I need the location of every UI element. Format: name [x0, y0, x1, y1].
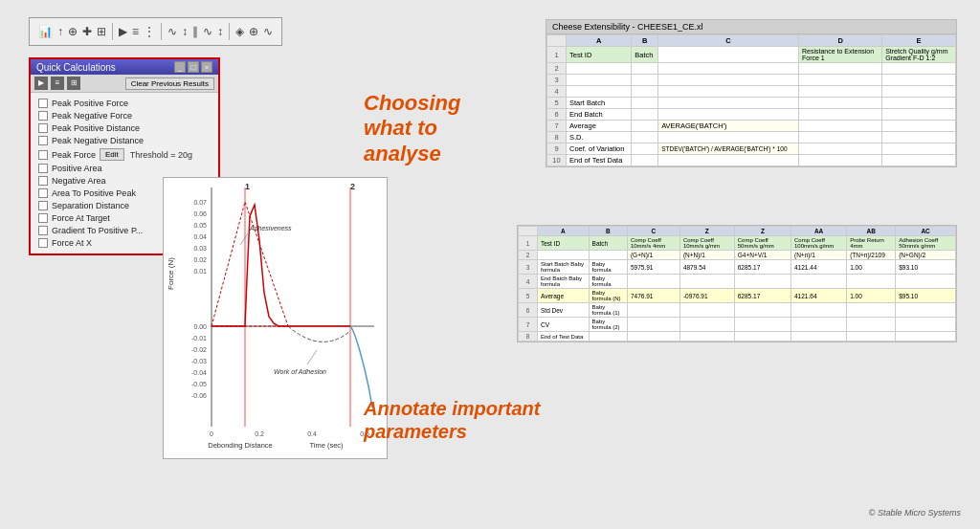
force-curve — [212, 205, 350, 326]
ytick-m006: -0.06 — [191, 392, 207, 399]
graph-svg: Force (N) 1 2 0.07 0.06 0.05 0.04 0.03 0… — [164, 178, 389, 460]
ytick-000: 0.00 — [193, 323, 207, 330]
checkbox-peak-positive-distance[interactable] — [38, 123, 48, 133]
checkbox-peak-negative-distance[interactable] — [38, 136, 48, 145]
ss-row-7: 7 Average AVERAGE('BATCH') — [547, 121, 956, 132]
ytick-002: 0.02 — [193, 256, 207, 263]
checkbox-separation-distance[interactable] — [38, 201, 48, 210]
panel-title: Quick Calculations — [36, 62, 116, 73]
toolbar-icon-14[interactable]: ◈ — [234, 25, 245, 38]
colheader-e: E — [882, 35, 956, 47]
colheader-rownum — [547, 35, 567, 47]
close-button[interactable]: × — [201, 61, 212, 73]
minimize-button[interactable]: _ — [174, 61, 186, 73]
toolbar-icon-13[interactable]: ↕ — [216, 25, 224, 38]
copyright-text: © Stable Micro Systems — [869, 508, 961, 518]
ss-row-3: 3 — [547, 75, 956, 86]
ytick-005: 0.05 — [193, 222, 207, 229]
label-force-at-target: Force At Target — [52, 213, 110, 223]
edit-button[interactable]: Edit — [100, 148, 124, 161]
colheader-b: B — [632, 35, 658, 47]
label-gradient-positive: Gradient To Positive P... — [52, 226, 143, 235]
main-toolbar[interactable]: 📊 ↑ ⊕ ✚ ⊞ ▶ ≡ ⋮ ∿ ↕ ∥ ∿ ↕ ◈ ⊕ ∿ — [29, 17, 282, 46]
label-peak-positive-force: Peak Positive Force — [52, 99, 128, 108]
ss-row-8: 8S.D. — [547, 132, 956, 143]
blue-line — [350, 326, 372, 408]
label-peak-force: Peak Force — [52, 150, 96, 160]
checkbox-peak-force[interactable] — [38, 150, 48, 160]
threshold-label: Threshold = 20g — [130, 150, 192, 160]
checkbox-force-at-x[interactable] — [38, 238, 48, 248]
checkbox-area-to-positive-peak[interactable] — [38, 188, 48, 198]
ytick-m005: -0.05 — [191, 381, 207, 387]
toolbar-icon-7[interactable]: ≡ — [131, 25, 140, 38]
checkbox-negative-area[interactable] — [38, 176, 48, 186]
panel-toolbar-icon-1[interactable]: ▶ — [34, 77, 48, 90]
spreadsheet-bottom-table: A B C Z Z AA AB AC 1 Test ID Batch Comp … — [518, 226, 956, 342]
work-of-adhesion-curve — [288, 326, 350, 342]
annotation-whatto-text: what to — [364, 116, 460, 141]
panel-toolbar-icon-3[interactable]: ⊞ — [67, 77, 80, 90]
ytick-m002: -0.02 — [191, 346, 207, 353]
ss-bottom-row-1: 1 Test ID Batch Comp Coeff 10mm/s 4mm Co… — [519, 236, 956, 251]
checkbox-row-peak-negative-distance: Peak Negative Distance — [38, 136, 211, 145]
checkbox-gradient-positive[interactable] — [38, 226, 48, 235]
ss-row-6: 6End Batch — [547, 109, 956, 121]
ss-bottom-row-4: 4 End Batch Baby formula Baby formula — [519, 275, 956, 289]
ytick-m003: -0.03 — [191, 358, 207, 364]
panel-title-bar: Quick Calculations _ □ × — [31, 59, 218, 75]
graph-marker2: 2 — [350, 182, 355, 191]
ss-row-5: 5Start Batch — [547, 98, 956, 109]
label-force-at-x: Force At X — [52, 238, 92, 248]
spreadsheet-top: Cheese Extensibility - CHEESE1_CE.xl A B… — [546, 19, 957, 167]
ytick-m004: -0.04 — [191, 369, 207, 376]
ss-bottom-row-7: 7 CV Baby formula (2) — [519, 318, 956, 332]
toolbar-icon-16[interactable]: ∿ — [262, 25, 274, 38]
annotation-annotate-text: Annotate important — [364, 397, 540, 420]
toolbar-icon-8[interactable]: ⋮ — [143, 25, 156, 38]
checkbox-force-at-target[interactable] — [38, 213, 48, 223]
clear-results-button[interactable]: Clear Previous Results — [125, 77, 214, 90]
panel-toolbar-icon-2[interactable]: ≡ — [51, 77, 64, 90]
spreadsheet-top-table: A B C D E 1 Test ID Batch Resistance to … — [546, 34, 956, 166]
checkbox-row-peak-positive-distance: Peak Positive Distance — [38, 123, 211, 133]
label-peak-positive-distance: Peak Positive Distance — [52, 123, 140, 133]
title-buttons: _ □ × — [174, 61, 212, 73]
toolbar-icon-4[interactable]: ✚ — [81, 25, 93, 38]
annotation-annotate-text2: parameters — [364, 420, 540, 443]
toolbar-icon-2[interactable]: ↑ — [56, 25, 64, 38]
toolbar-separator-3 — [229, 23, 230, 40]
toolbar-separator-2 — [161, 23, 162, 40]
checkbox-peak-positive-force[interactable] — [38, 99, 48, 108]
toolbar-icon-11[interactable]: ∥ — [191, 25, 199, 38]
ss-row-2: 2 — [547, 63, 956, 75]
label-area-to-positive-peak: Area To Positive Peak — [52, 188, 136, 198]
toolbar-icon-12[interactable]: ∿ — [202, 25, 213, 38]
ss-row-10: 10End of Test Data — [547, 155, 956, 166]
annotation-choosing: Choosing what to analyse — [364, 91, 460, 166]
ss-row-9: 9 Coef. of Variation STDEV('BATCH') / AV… — [547, 143, 956, 155]
ss-bottom-row-2: 2 (G+N)/1 (N+N)/1 G4+N+V/1 (N+n)/1 (TN+n… — [519, 251, 956, 260]
toolbar-icon-3[interactable]: ⊕ — [67, 25, 78, 38]
spreadsheet-top-title: Cheese Extensibility - CHEESE1_CE.xl — [552, 22, 703, 32]
xtick-0: 0 — [210, 430, 213, 437]
maximize-button[interactable]: □ — [188, 61, 199, 73]
toolbar-icon-6[interactable]: ▶ — [118, 25, 128, 38]
ss-bottom-row-3: 3 Start Batch Baby formula Baby formula … — [519, 260, 956, 275]
adhesiveness-arrow — [240, 233, 248, 245]
checkbox-positive-area[interactable] — [38, 164, 48, 173]
checkbox-row-peak-negative-force: Peak Negative Force — [38, 111, 211, 121]
ytick-001: 0.01 — [193, 268, 207, 275]
toolbar-icon-15[interactable]: ⊕ — [248, 25, 259, 38]
x-label-time: Time (sec) — [309, 441, 344, 450]
toolbar-icon-1[interactable]: 📊 — [37, 25, 54, 38]
toolbar-separator-1 — [112, 23, 113, 40]
panel-toolbar: ▶ ≡ ⊞ Clear Previous Results — [31, 75, 218, 93]
toolbar-icon-5[interactable]: ⊞ — [96, 25, 107, 38]
checkbox-peak-negative-force[interactable] — [38, 111, 48, 121]
label-negative-area: Negative Area — [52, 176, 106, 186]
toolbar-icon-9[interactable]: ∿ — [167, 25, 178, 38]
x-label-debonding: Debonding Distance — [208, 441, 273, 450]
colheader-c: C — [658, 35, 799, 47]
toolbar-icon-10[interactable]: ↕ — [181, 25, 189, 38]
